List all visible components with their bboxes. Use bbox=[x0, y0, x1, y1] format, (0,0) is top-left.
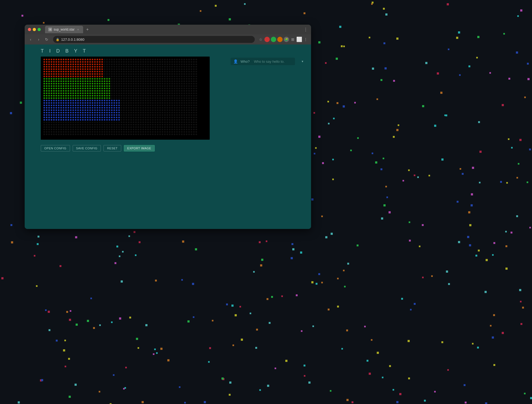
ext-icon-orange[interactable] bbox=[277, 37, 283, 42]
save-config-button[interactable]: SAVE CONFIG bbox=[73, 145, 101, 151]
export-image-button[interactable]: EXPORT IMAGE bbox=[124, 145, 155, 151]
left-panel: OPEN CONFIG SAVE CONFIG RESET EXPORT IMA… bbox=[41, 57, 223, 229]
buttons-row: OPEN CONFIG SAVE CONFIG RESET EXPORT IMA… bbox=[41, 145, 223, 151]
param-who-label: Who? bbox=[241, 60, 251, 64]
open-config-button[interactable]: OPEN CONFIG bbox=[41, 145, 70, 151]
url-display: 127.0.0.1:8080 bbox=[61, 38, 84, 42]
main-content: OPEN CONFIG SAVE CONFIG RESET EXPORT IMA… bbox=[25, 57, 311, 229]
profile-button[interactable]: ⬜ bbox=[297, 37, 302, 42]
tab-bar: ⚙ sup_world.star × + bbox=[45, 26, 301, 33]
led-canvas bbox=[41, 57, 210, 140]
more-options-button[interactable]: ⋮ bbox=[303, 37, 308, 42]
app-header: T I D B Y T bbox=[25, 45, 311, 57]
extensions-button[interactable]: ⊞ bbox=[290, 37, 295, 42]
address-bar[interactable]: 🔒 127.0.0.1:8080 bbox=[53, 36, 255, 43]
maximize-window-button[interactable] bbox=[38, 28, 41, 31]
ext-icon-green[interactable] bbox=[271, 37, 276, 42]
back-button[interactable]: ‹ bbox=[27, 36, 34, 43]
toolbar-extensions: ☆ 🧩 ⊞ ⬜ ⋮ bbox=[258, 37, 308, 42]
browser-window: ⚙ sup_world.star × + ⋮ ‹ › ↻ 🔒 127.0.0.1… bbox=[25, 25, 311, 229]
new-tab-button[interactable]: + bbox=[85, 27, 90, 32]
active-tab[interactable]: ⚙ sup_world.star × bbox=[45, 26, 83, 33]
tab-close-button[interactable]: × bbox=[76, 28, 80, 31]
param-who-input[interactable] bbox=[254, 60, 299, 64]
person-icon: 👤 bbox=[233, 59, 238, 64]
reset-button[interactable]: RESET bbox=[104, 145, 121, 151]
param-who-row: 👤 Who? ▾ bbox=[231, 58, 295, 65]
chevron-down-icon: ▾ bbox=[302, 60, 303, 63]
ext-icon-gray[interactable]: 🧩 bbox=[284, 37, 289, 42]
close-window-button[interactable] bbox=[28, 28, 31, 31]
refresh-button[interactable]: ↻ bbox=[43, 36, 50, 43]
right-panel: 👤 Who? ▾ bbox=[231, 57, 295, 229]
traffic-lights bbox=[28, 28, 41, 31]
ext-icon-red[interactable] bbox=[264, 37, 270, 42]
led-display bbox=[41, 57, 210, 140]
tab-title: sup_world.star bbox=[54, 28, 75, 31]
tab-favicon: ⚙ bbox=[48, 28, 52, 31]
lock-icon: 🔒 bbox=[56, 38, 60, 41]
browser-chrome: ⚙ sup_world.star × + ⋮ bbox=[25, 25, 311, 34]
minimize-window-button[interactable] bbox=[33, 28, 36, 31]
app-content: T I D B Y T OPEN CONFIG SAVE CONFIG RESE… bbox=[25, 45, 311, 229]
browser-toolbar: ‹ › ↻ 🔒 127.0.0.1:8080 ☆ 🧩 ⊞ ⬜ ⋮ bbox=[25, 34, 311, 45]
app-logo: T I D B Y T bbox=[41, 48, 295, 54]
forward-button[interactable]: › bbox=[35, 36, 42, 43]
browser-menu-button[interactable]: ⋮ bbox=[304, 27, 308, 32]
star-icon[interactable]: ☆ bbox=[258, 37, 263, 42]
